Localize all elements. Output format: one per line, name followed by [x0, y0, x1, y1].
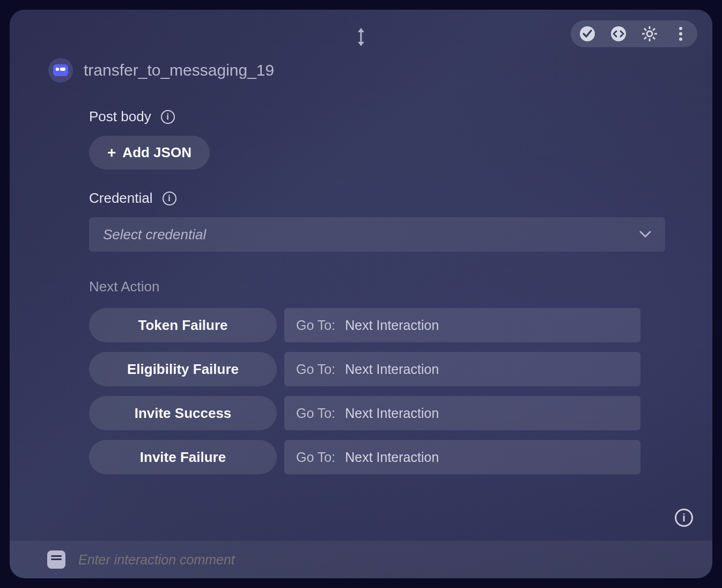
svg-line-11	[644, 37, 646, 39]
drag-handle-icon[interactable]	[355, 27, 367, 47]
add-json-button[interactable]: + Add JSON	[89, 136, 210, 170]
add-json-button-label: Add JSON	[122, 144, 191, 161]
outcome-pill-eligibility-failure[interactable]: Eligibility Failure	[89, 352, 277, 386]
goto-label: Go To:	[296, 318, 335, 333]
goto-value: Next Interaction	[345, 362, 439, 377]
check-circle-icon[interactable]	[579, 26, 595, 42]
goto-value: Next Interaction	[345, 318, 439, 333]
panel-body: Post body i + Add JSON Credential i Sele…	[10, 83, 712, 474]
svg-line-10	[653, 28, 655, 31]
goto-label: Go To:	[296, 406, 335, 421]
goto-select[interactable]: Go To: Next Interaction	[284, 396, 640, 430]
code-circle-icon[interactable]	[610, 26, 627, 42]
goto-select[interactable]: Go To: Next Interaction	[284, 308, 640, 342]
goto-value: Next Interaction	[345, 406, 439, 421]
outcome-pill-invite-success[interactable]: Invite Success	[89, 396, 277, 430]
gear-icon[interactable]	[642, 26, 658, 42]
svg-line-9	[653, 37, 655, 39]
next-action-heading: Next Action	[89, 278, 691, 295]
goto-select[interactable]: Go To: Next Interaction	[284, 440, 640, 474]
credential-select[interactable]: Select credential	[89, 217, 665, 252]
info-icon[interactable]: i	[163, 192, 176, 205]
node-title: transfer_to_messaging_19	[84, 61, 274, 79]
chevron-down-icon	[639, 231, 651, 238]
goto-value: Next Interaction	[345, 450, 439, 465]
svg-point-3	[647, 31, 652, 36]
action-row: Invite Failure Go To: Next Interaction	[89, 440, 691, 474]
svg-point-12	[679, 27, 682, 30]
goto-select[interactable]: Go To: Next Interaction	[284, 352, 640, 386]
plus-icon: +	[107, 145, 116, 160]
action-row: Invite Success Go To: Next Interaction	[89, 396, 691, 430]
svg-line-8	[644, 28, 646, 31]
info-icon[interactable]: i	[675, 509, 693, 527]
kebab-menu-icon[interactable]	[673, 26, 689, 42]
comment-bar	[10, 541, 712, 578]
goto-label: Go To:	[296, 362, 335, 377]
comment-input[interactable]	[78, 552, 712, 568]
post-body-label: Post body	[89, 108, 151, 125]
panel-top-bar	[10, 10, 712, 48]
info-icon[interactable]: i	[161, 110, 175, 124]
interaction-panel: transfer_to_messaging_19 Post body i + A…	[10, 10, 712, 578]
panel-actions	[571, 20, 697, 47]
post-body-label-row: Post body i	[89, 108, 691, 125]
credential-label-row: Credential i	[89, 190, 691, 207]
messaging-node-icon	[48, 58, 73, 83]
outcome-pill-token-failure[interactable]: Token Failure	[89, 308, 277, 342]
action-row: Eligibility Failure Go To: Next Interact…	[89, 352, 691, 386]
comment-icon	[47, 550, 65, 569]
action-row: Token Failure Go To: Next Interaction	[89, 308, 691, 342]
svg-point-14	[679, 38, 682, 41]
outcome-pill-invite-failure[interactable]: Invite Failure	[89, 440, 277, 474]
panel-header: transfer_to_messaging_19	[10, 48, 712, 83]
goto-label: Go To:	[296, 450, 335, 465]
credential-label: Credential	[89, 190, 153, 207]
credential-placeholder: Select credential	[103, 226, 206, 243]
svg-point-13	[679, 32, 682, 35]
